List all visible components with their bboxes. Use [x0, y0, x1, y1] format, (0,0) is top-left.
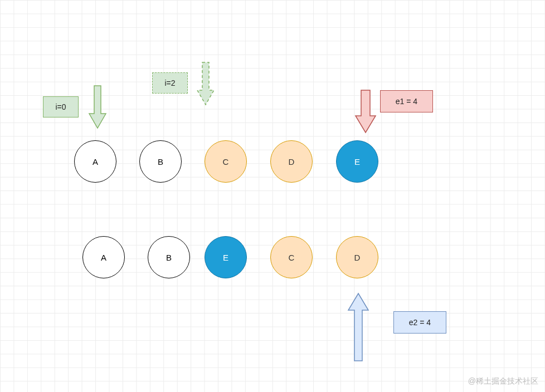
row2-node-c: C: [270, 236, 313, 278]
row1-node-d: D: [270, 140, 313, 183]
pointer-i2-arrow-down-icon: [196, 61, 215, 106]
node-label: A: [101, 253, 106, 262]
row1-node-b: B: [139, 140, 182, 183]
pointer-i0-label: i=0: [43, 96, 79, 117]
pointer-i2-label: i=2: [152, 72, 188, 94]
pointer-e2-arrow-up-icon: [347, 292, 369, 362]
node-label: C: [289, 253, 295, 262]
pointer-i0-arrow-down-icon: [88, 85, 107, 129]
node-label: E: [354, 157, 360, 166]
pointer-e1-arrow-down-icon: [354, 89, 377, 134]
pointer-e1-label: e1 = 4: [380, 90, 433, 112]
row2-node-b: B: [148, 236, 190, 278]
node-label: B: [166, 253, 172, 262]
row1-node-c: C: [205, 140, 247, 183]
node-label: D: [289, 157, 295, 166]
node-label: B: [158, 157, 163, 166]
node-label: A: [93, 157, 98, 166]
node-label: D: [354, 253, 361, 262]
row2-node-a: A: [82, 236, 125, 278]
row1-node-a: A: [74, 140, 116, 183]
watermark-text: @稀土掘金技术社区: [468, 376, 538, 386]
node-label: C: [223, 157, 229, 166]
row1-node-e: E: [336, 140, 378, 183]
row2-node-e: E: [205, 236, 247, 278]
node-label: E: [223, 253, 228, 262]
row2-node-d: D: [336, 236, 378, 278]
pointer-e2-label: e2 = 4: [393, 311, 446, 334]
